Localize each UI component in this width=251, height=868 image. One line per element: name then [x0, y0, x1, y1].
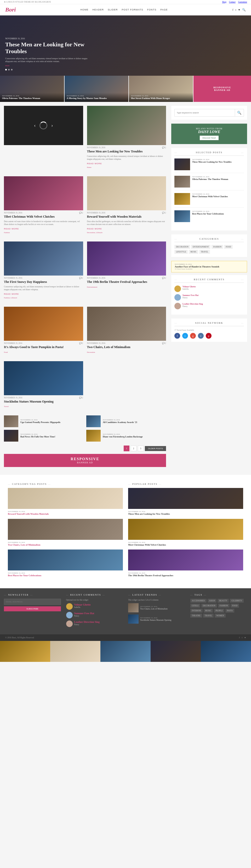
facebook-icon[interactable]: f — [232, 8, 234, 11]
story-card-0[interactable]: NOVEMBER 19, 2016 Olivia Palermo: The Ti… — [0, 76, 64, 102]
shop-link[interactable]: Shop — [222, 1, 226, 3]
small-post-title-3[interactable]: Diane von Fürstenberg London Backstage — [103, 435, 143, 438]
trend-title-1[interactable]: Stockholm Statues Museum Opening — [140, 619, 171, 621]
article-category-1[interactable]: Fashion — [4, 231, 10, 234]
page-btn-2[interactable]: 2 — [131, 445, 137, 451]
cat-travel[interactable]: TRAVEL — [199, 250, 210, 254]
selected-post-title-0[interactable]: These Men are Looking for New Troubles — [192, 160, 244, 163]
older-posts-button[interactable]: OLDER POSTS — [145, 446, 166, 451]
footer-tag-13[interactable]: TRAVEL — [203, 614, 214, 618]
article-category-5[interactable]: Food — [4, 351, 8, 353]
article-title-4[interactable]: The 19th Berlin Theatre Festival Approac… — [87, 280, 166, 284]
article-read-more-2[interactable]: READ MORE — [87, 227, 102, 230]
footer-fb-icon[interactable]: f — [239, 637, 240, 639]
twitter-social-icon[interactable]: t — [182, 333, 188, 339]
article-category-6[interactable]: Decoration — [87, 351, 95, 353]
cat-decoration[interactable]: DECORATION — [174, 245, 190, 249]
footer-tag-1[interactable]: ASIAN — [208, 599, 217, 603]
footer-commenter-1[interactable]: Summer Free Hat — [74, 612, 95, 615]
newsletter-email-input[interactable] — [4, 599, 61, 605]
search-button[interactable]: 🔍 — [235, 109, 244, 116]
cat-entertainment[interactable]: ENTERTAINMENT — [191, 245, 211, 249]
selected-post-title-1[interactable]: Olivia Palermo: The Timeless Woman — [192, 178, 244, 181]
trend-title-0[interactable]: Two Chairs, Lots of Minimalism — [140, 608, 168, 610]
article-title-6[interactable]: Two Chairs, Lots of Minimalism — [87, 345, 166, 349]
nav-fonts[interactable]: Fonts — [147, 8, 156, 11]
article-category-3[interactable]: Fashion, Lifestyle — [4, 297, 17, 299]
article-title-3[interactable]: The First Snowy Day Happiness — [4, 280, 83, 284]
story-card-1[interactable]: NOVEMBER 19, 2016 A Moving Story by Mast… — [65, 76, 129, 102]
footer-tag-6[interactable]: FASHION — [218, 604, 229, 608]
commenter-0[interactable]: Velmar Ghetto — [182, 285, 244, 288]
footer-tag-4[interactable]: GITELE — [190, 604, 200, 608]
hero-dot-3[interactable] — [11, 69, 12, 70]
nav-post-formats[interactable]: Post Formats — [122, 8, 143, 11]
cat-lifestyle[interactable]: LIFESTYLE — [174, 250, 188, 254]
footer-tag-8[interactable]: INTERIOR — [190, 609, 203, 613]
search-icon[interactable]: 🔍 — [242, 8, 246, 11]
newsletter-subscribe-button[interactable]: SUBSCRIBE — [4, 606, 61, 611]
footer-tw-icon[interactable]: t — [242, 637, 242, 639]
article-title-5[interactable]: It's Always Good to Taste Pumpkin in Pas… — [4, 345, 83, 349]
sidebar-banner-cta[interactable]: Discover Now! — [200, 136, 219, 140]
selected-post-title-3[interactable]: Best Places for Your Celebrations — [192, 212, 244, 215]
snoosh-title[interactable]: Another Face of Hamlet in Theatres Sooni… — [175, 265, 244, 268]
facebook-social-icon[interactable]: f — [174, 333, 180, 339]
contact-link[interactable]: Contact — [229, 1, 236, 3]
site-logo[interactable]: Bori — [5, 6, 16, 13]
nav-home[interactable]: Home — [80, 8, 88, 11]
article-read-more-0[interactable]: READ MORE — [87, 162, 102, 165]
cat-food[interactable]: FOOD — [224, 245, 232, 249]
slider-next[interactable]: › — [47, 123, 57, 128]
cat-post-title-1[interactable]: Two Chairs, Lots of Minimalism — [8, 544, 123, 547]
footer-tag-2[interactable]: BEAUTY — [218, 599, 228, 603]
selected-post-title-2[interactable]: Meet Christmas With Velvet Clutches — [192, 195, 244, 198]
footer-tag-0[interactable]: ACCESSORIES — [190, 599, 207, 603]
article-title-2[interactable]: Reward Yourself with Wooden Materials — [87, 215, 166, 219]
cat-post-title-0[interactable]: Reward Yourself with Wooden Materials — [8, 513, 123, 516]
pop-post-title-2[interactable]: The 19th Berlin Theatre Festival Approac… — [128, 574, 243, 577]
twitter-icon[interactable]: t — [235, 8, 236, 11]
page-btn-3[interactable]: 3 — [138, 445, 144, 451]
hero-dot-1[interactable] — [5, 69, 7, 70]
customize-link[interactable]: Customize — [238, 1, 247, 3]
vk-social-icon[interactable]: v — [198, 333, 204, 339]
article-read-more-1[interactable]: READ MORE — [4, 227, 19, 230]
footer-tag-5[interactable]: DECORATION — [201, 604, 217, 608]
pinterest-social-icon[interactable]: p — [206, 333, 212, 339]
footer-commenter-2[interactable]: Leather Direction Sing — [74, 620, 100, 623]
googleplus-social-icon[interactable]: g — [190, 333, 196, 339]
nav-page[interactable]: Page — [160, 8, 168, 11]
footer-tag-9[interactable]: MUSIC — [204, 609, 213, 613]
small-post-title-2[interactable]: Bad News: He Falls One More Time! — [21, 435, 56, 438]
commenter-1[interactable]: Summer Free Hat — [182, 294, 244, 297]
footer-tag-12[interactable]: THEATRE — [190, 614, 202, 618]
small-post-title-1[interactable]: All Candidates Academy Awards '21 — [103, 421, 137, 424]
search-input[interactable] — [175, 109, 235, 116]
commenter-2[interactable]: Leather Direction Sing — [182, 303, 244, 305]
featured-slider[interactable]: ‹ › — [4, 106, 83, 145]
article-category-2[interactable]: Decoration, Lifestyle — [87, 231, 103, 234]
footer-tag-11[interactable]: PASTA — [225, 609, 234, 613]
story-card-2[interactable]: NOVEMBER 19, 2016 Hot Street Fashion Wit… — [129, 76, 193, 102]
article-title-7[interactable]: Stockholm Statues Museum Opening — [4, 400, 83, 404]
article-category-7[interactable]: Travel — [4, 405, 9, 407]
footer-tag-3[interactable]: CELEBRITY — [230, 599, 244, 603]
hero-read-more[interactable]: more — [5, 64, 89, 67]
page-btn-1[interactable]: 1 — [124, 445, 130, 451]
cat-music[interactable]: MUSIC — [189, 250, 198, 254]
footer-tag-10[interactable]: PEOPLE — [214, 609, 224, 613]
cat-post-title-2[interactable]: Best Places for Your Celebrations — [8, 574, 123, 577]
footer-tag-14[interactable]: WOMEN — [215, 614, 225, 618]
article-read-more-3[interactable]: READ MORE — [4, 293, 19, 295]
article-title-0[interactable]: These Men are Looking for New Troubles — [87, 150, 166, 154]
cat-fashion[interactable]: FASHION — [212, 245, 223, 249]
nav-slider[interactable]: Slider — [108, 8, 118, 11]
article-category-4[interactable]: Entertainment — [87, 286, 98, 288]
hero-dot-2[interactable] — [8, 69, 10, 70]
footer-commenter-0[interactable]: Velmar Ghetto — [74, 603, 91, 606]
footer-heart-icon[interactable]: ♥ — [245, 637, 246, 639]
small-post-title-0[interactable]: Ugo Gattoni Proudly Presents: Hippopolis — [21, 421, 61, 424]
nav-header[interactable]: Header — [93, 8, 104, 11]
article-category-0[interactable]: Home — [87, 166, 92, 168]
